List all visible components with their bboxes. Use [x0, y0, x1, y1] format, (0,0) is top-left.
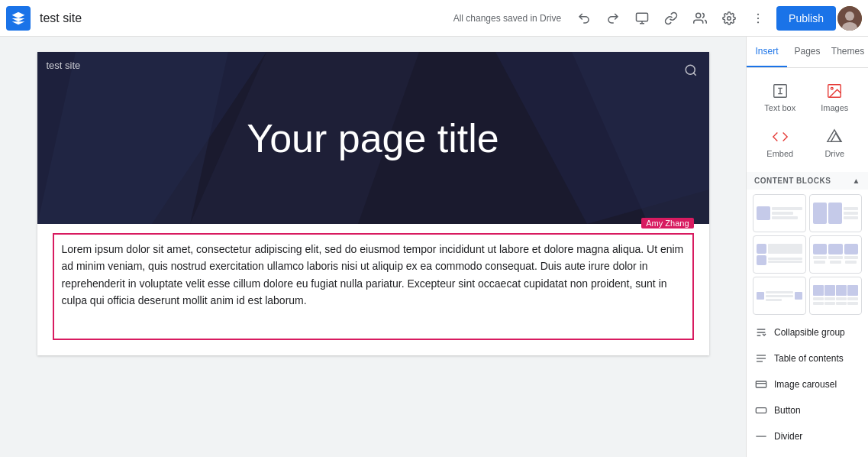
divider-icon [754, 429, 768, 443]
svg-point-5 [757, 21, 759, 23]
body-text[interactable]: Lorem ipsum dolor sit amet, consectetur … [62, 241, 685, 310]
copy-link-button[interactable] [657, 5, 685, 32]
image-carousel-label: Image carousel [774, 379, 837, 390]
svg-point-7 [845, 11, 854, 21]
app-logo[interactable] [6, 6, 31, 31]
embed-label: Embed [766, 149, 793, 158]
blocks-grid [747, 190, 868, 319]
hero-title[interactable]: Your page title [247, 115, 499, 161]
right-panel: Insert Pages Themes Text box [746, 37, 868, 457]
svg-point-1 [696, 13, 701, 18]
share-button[interactable] [686, 5, 714, 32]
link-icon [664, 11, 678, 25]
panel-body: Text box Images [747, 68, 868, 457]
block-three-col[interactable] [809, 235, 863, 274]
svg-point-4 [757, 17, 759, 18]
preview-button[interactable] [628, 5, 656, 32]
text-box-icon [771, 82, 789, 100]
tab-insert[interactable]: Insert [747, 37, 787, 67]
insert-images[interactable]: Images [808, 74, 863, 120]
site-title: test site [40, 11, 450, 25]
svg-rect-25 [756, 408, 766, 413]
redo-icon [606, 11, 620, 25]
redo-button[interactable] [599, 5, 627, 32]
undo-button[interactable] [570, 5, 598, 32]
list-spacer[interactable]: Spacer [747, 449, 868, 457]
list-button[interactable]: Button [747, 397, 868, 423]
canvas-area[interactable]: test site Your page title Amy Zhang Lore… [0, 37, 746, 457]
settings-button[interactable] [715, 5, 743, 32]
insert-grid: Text box Images [747, 68, 868, 172]
tab-pages[interactable]: Pages [787, 37, 828, 67]
content-blocks-header[interactable]: CONTENT BLOCKS ▲ [747, 172, 868, 190]
content-section: Amy Zhang Lorem ipsum dolor sit amet, co… [37, 224, 709, 355]
svg-rect-24 [756, 381, 766, 387]
list-divider[interactable]: Divider [747, 423, 868, 449]
images-label: Images [821, 103, 848, 112]
block-full-width[interactable] [753, 194, 806, 232]
svg-point-15 [686, 65, 695, 74]
svg-point-3 [757, 13, 759, 15]
gear-icon [722, 11, 736, 25]
topbar-actions: Publish [570, 5, 862, 32]
main-layout: test site Your page title Amy Zhang Lore… [0, 37, 868, 457]
drive-icon [825, 128, 844, 146]
hero-search-button[interactable] [680, 60, 702, 81]
avatar[interactable] [837, 6, 862, 31]
block-list-img[interactable] [753, 277, 806, 315]
button-label: Button [774, 405, 801, 416]
chevron-up-icon: ▲ [853, 177, 860, 185]
image-carousel-icon [754, 378, 768, 391]
save-status: All changes saved in Drive [453, 13, 561, 24]
block-row-1 [753, 194, 862, 232]
svg-point-18 [831, 87, 834, 89]
more-icon [751, 11, 765, 25]
block-four-col[interactable] [809, 277, 863, 315]
embed-icon [771, 128, 789, 146]
logo-icon [11, 11, 26, 26]
hero-site-label: test site [47, 60, 81, 71]
people-icon [693, 11, 707, 25]
table-of-contents-icon [754, 352, 768, 365]
collapsible-group-icon [754, 326, 768, 339]
svg-rect-0 [637, 13, 648, 21]
collapsible-group-label: Collapsible group [774, 327, 845, 338]
list-collapsible-group[interactable]: Collapsible group [747, 319, 868, 345]
text-box-label: Text box [764, 103, 795, 112]
block-row-3 [753, 277, 862, 315]
block-img-text[interactable] [753, 235, 806, 274]
insert-drive[interactable]: Drive [808, 120, 863, 166]
list-table-of-contents[interactable]: Table of contents [747, 345, 868, 371]
insert-embed[interactable]: Embed [753, 120, 808, 166]
search-icon [684, 63, 698, 77]
more-options-button[interactable] [744, 5, 772, 32]
block-two-col-img[interactable] [809, 194, 863, 232]
content-blocks-label: CONTENT BLOCKS [754, 177, 831, 185]
svg-point-2 [728, 16, 731, 20]
page-container: test site Your page title Amy Zhang Lore… [37, 52, 709, 355]
preview-icon [635, 11, 649, 25]
button-icon [754, 404, 768, 417]
list-image-carousel[interactable]: Image carousel [747, 371, 868, 397]
block-row-2 [753, 235, 862, 274]
insert-text-box[interactable]: Text box [753, 74, 808, 120]
panel-tabs: Insert Pages Themes [747, 37, 868, 68]
publish-button[interactable]: Publish [776, 6, 836, 31]
tab-themes[interactable]: Themes [828, 37, 868, 67]
text-editing-box[interactable]: Lorem ipsum dolor sit amet, consectetur … [53, 233, 694, 340]
images-icon [825, 82, 844, 100]
hero-section: test site Your page title [37, 52, 709, 224]
collaborator-badge: Amy Zhang [641, 218, 693, 228]
drive-label: Drive [824, 149, 844, 158]
topbar: test site All changes saved in Drive [0, 0, 868, 37]
user-avatar-image [837, 6, 862, 31]
table-of-contents-label: Table of contents [774, 353, 844, 364]
divider-label: Divider [774, 431, 802, 442]
undo-icon [577, 11, 591, 25]
